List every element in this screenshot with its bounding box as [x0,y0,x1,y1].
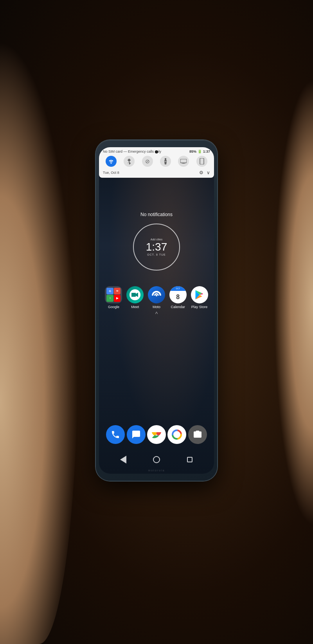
google-icon-3: ? [106,295,113,302]
add-cities-label: Add cities [151,238,162,241]
dock [99,422,214,447]
rotate-toggle[interactable] [196,156,207,167]
quick-toggles: ⊘ [99,154,214,168]
messages-dock-icon[interactable] [127,425,146,444]
phone-screen: No SIM card — Emergency calls only 85% 🔋… [99,147,214,474]
moto-label: Moto [153,305,160,309]
calendar-date: 8 [176,291,180,303]
google-folder-item[interactable]: G M ? ▶ Google [104,286,123,309]
svg-rect-0 [180,159,187,163]
brand-area: motorola [99,466,214,473]
playstore-app-item[interactable]: Play Store [190,286,209,309]
panel-footer-icons: ⚙ ∨ [199,170,210,175]
google-label: Google [108,305,119,309]
chrome-dock-icon[interactable] [147,425,166,444]
flashlight-toggle[interactable] [160,156,171,167]
no-notifications: No notifications [99,208,214,221]
expand-icon[interactable]: ∨ [207,170,210,175]
calendar-header: OCT [169,286,187,291]
moto-icon [148,286,165,303]
clock-status: 1:37 [203,150,210,153]
no-notifications-text: No notifications [140,212,173,217]
playstore-icon [191,286,208,303]
calendar-icon: OCT 8 [169,286,187,303]
battery-level: 85% [189,150,196,153]
moto-app-item[interactable]: Moto [147,286,166,309]
recents-button[interactable] [183,453,197,467]
meet-label: Meet [131,305,139,309]
battery-icon: 🔋 [198,150,202,153]
motorola-logo: motorola [148,469,165,472]
clock-widget[interactable]: Add cities 1:37 OCT. 8 TUE [133,224,180,271]
back-button[interactable] [116,453,130,467]
clock-date-display: OCT. 8 TUE [147,253,166,256]
calendar-app-item[interactable]: OCT 8 Calendar [169,286,187,309]
status-right: 85% 🔋 1:37 [189,150,210,153]
screencast-toggle[interactable] [178,156,189,167]
meet-icon [126,286,144,303]
camera-notch [155,150,158,153]
swipe-indicator: ^ [155,311,158,317]
svg-point-10 [175,433,178,436]
google-g-icon: G [106,288,113,295]
photos-dock-icon[interactable] [167,425,186,444]
hand-right [274,78,313,527]
dnd-icon: ⊘ [145,158,150,164]
camera-dock-icon[interactable] [188,425,207,444]
clock-time-display: 1:37 [146,242,167,253]
home-button[interactable] [149,453,164,467]
meet-app-item[interactable]: Meet [126,286,144,309]
panel-date: Tue, Oct 8 [103,171,119,175]
wifi-toggle[interactable] [106,156,117,167]
chevron-up-icon: ^ [155,311,158,317]
phone-dock-icon[interactable] [106,425,125,444]
dnd-toggle[interactable]: ⊘ [142,156,153,167]
home-icon [153,456,160,463]
youtube-icon: ▶ [114,295,121,302]
recents-icon [187,457,192,462]
phone-device: No SIM card — Emergency calls only 85% 🔋… [96,140,217,481]
sim-status: No SIM card — Emergency calls only [103,150,161,153]
settings-icon[interactable]: ⚙ [199,170,203,175]
panel-footer: Tue, Oct 8 ⚙ ∨ [99,168,214,178]
svg-rect-3 [200,158,204,164]
bluetooth-toggle[interactable] [124,156,135,167]
back-icon [120,456,126,464]
calendar-label: Calendar [171,305,185,309]
svg-point-5 [156,295,157,296]
hand-left [0,39,78,644]
gmail-icon: M [114,288,121,295]
app-row: G M ? ▶ Google [99,286,214,309]
playstore-label: Play Store [191,305,208,309]
google-folder-icon: G M ? ▶ [105,286,122,303]
